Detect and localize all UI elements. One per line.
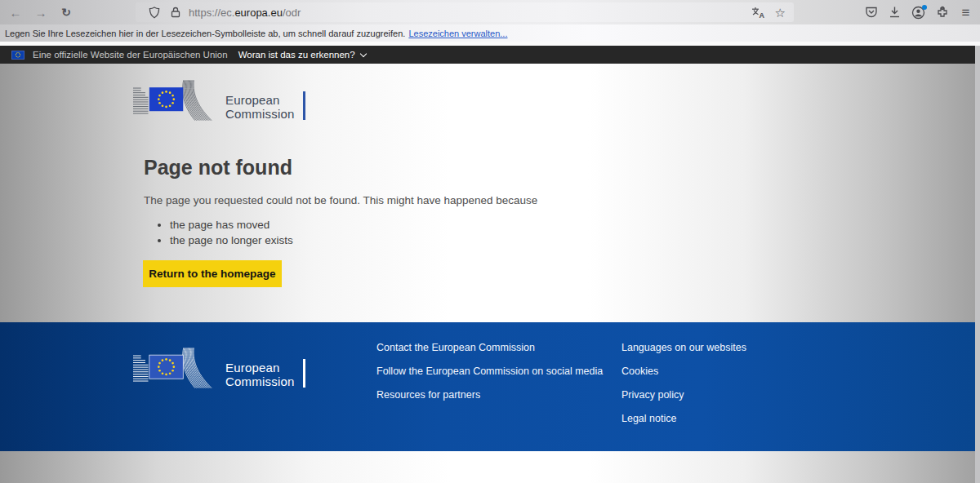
reason-item: the page has moved <box>170 217 293 233</box>
logo-line2: Commission <box>225 374 295 388</box>
footer-link-partners[interactable]: Resources for partners <box>376 390 603 401</box>
ec-logo-art-icon <box>133 78 218 123</box>
url-bar[interactable]: https://ec.europa.eu/odr A ☆ <box>136 2 794 22</box>
ec-logo-text: European Commission <box>225 93 295 123</box>
bookmarks-hint-text: Legen Sie Ihre Lesezeichen hier in der L… <box>5 29 405 38</box>
eu-official-banner: Eine offizielle Website der Europäischen… <box>0 46 980 64</box>
ec-logo-text: European Commission <box>225 361 295 391</box>
footer: European Commission Contact the European… <box>0 322 975 451</box>
page-content: European Commission Page not found The p… <box>0 64 980 483</box>
logo-line2: Commission <box>225 107 295 121</box>
forward-button[interactable]: → <box>32 3 50 21</box>
reload-button[interactable]: ↻ <box>57 3 75 21</box>
ec-logo-footer[interactable]: European Commission <box>133 345 305 391</box>
tracking-shield-icon[interactable] <box>149 7 160 19</box>
logo-bar <box>303 91 305 120</box>
bookmark-star-icon[interactable]: ☆ <box>775 7 786 19</box>
url-domain: europa.eu <box>234 7 283 19</box>
extensions-icon[interactable] <box>933 3 951 21</box>
footer-link-legal[interactable]: Legal notice <box>621 414 746 424</box>
back-button[interactable]: ← <box>7 3 24 21</box>
return-homepage-button[interactable]: Return to the homepage <box>143 260 282 287</box>
ec-logo-header[interactable]: European Commission <box>133 78 305 123</box>
url-scheme: https://ec. <box>189 7 234 19</box>
translate-letter: A <box>759 11 764 19</box>
footer-link-contact[interactable]: Contact the European Commission <box>376 343 603 353</box>
translate-icon[interactable]: A <box>751 7 765 19</box>
official-website-text: Eine offizielle Website der Europäischen… <box>33 50 228 60</box>
eu-flag-icon <box>11 51 24 60</box>
bookmarks-bar: Legen Sie Ihre Lesezeichen hier in der L… <box>0 24 980 42</box>
url-text: https://ec.europa.eu/odr <box>189 7 301 19</box>
footer-links-col1: Contact the European Commission Follow t… <box>376 343 603 414</box>
reason-item: the page no longer exists <box>170 233 293 248</box>
pocket-icon[interactable] <box>862 3 880 21</box>
browser-toolbar: ← → ↻ https://ec.europa.eu/odr <box>0 0 980 24</box>
how-to-verify-dropdown[interactable]: Woran ist das zu erkennen? <box>238 50 366 60</box>
menu-icon[interactable]: ≡ <box>957 3 974 21</box>
footer-link-privacy[interactable]: Privacy policy <box>621 390 746 401</box>
logo-line1: European <box>225 361 295 374</box>
account-notification-dot <box>922 5 927 10</box>
scrollbar[interactable] <box>975 46 980 483</box>
logo-line1: European <box>225 93 295 107</box>
url-path: /odr <box>283 7 301 19</box>
manage-bookmarks-link[interactable]: Lesezeichen verwalten... <box>408 29 507 38</box>
footer-link-social[interactable]: Follow the European Commission on social… <box>376 366 603 377</box>
ec-logo-art-icon <box>133 345 218 391</box>
menu-glyph: ≡ <box>962 6 970 20</box>
logo-bar <box>303 359 305 388</box>
reason-list: the page has moved the page no longer ex… <box>170 217 293 248</box>
how-to-verify-label: Woran ist das zu erkennen? <box>238 50 355 60</box>
footer-links-col2: Languages on our websites Cookies Privac… <box>621 343 746 437</box>
lock-icon[interactable] <box>171 7 180 18</box>
account-icon[interactable] <box>910 3 927 21</box>
download-icon[interactable] <box>886 3 903 21</box>
page-title: Page not found <box>144 156 292 179</box>
error-message: The page you requested could not be foun… <box>144 194 537 206</box>
browser-window: ← → ↻ https://ec.europa.eu/odr <box>0 0 980 483</box>
footer-link-cookies[interactable]: Cookies <box>621 366 746 377</box>
footer-link-languages[interactable]: Languages on our websites <box>621 343 746 353</box>
chevron-down-icon <box>359 50 366 56</box>
